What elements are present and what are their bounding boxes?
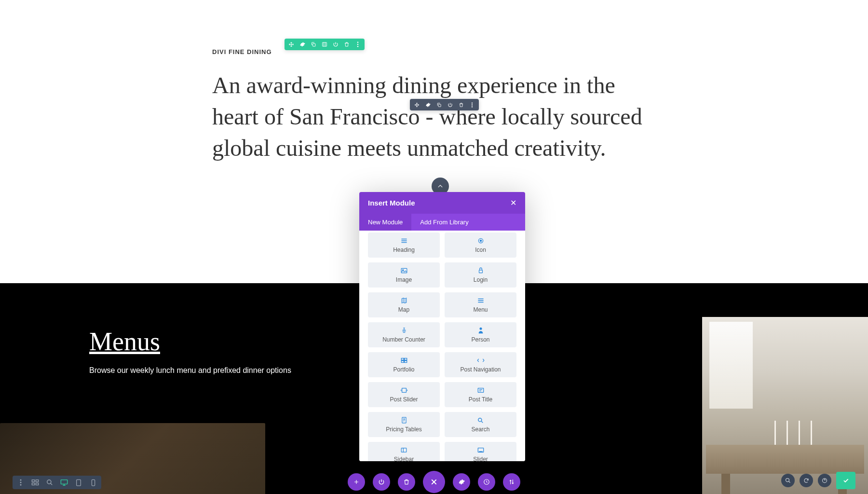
duplicate-icon[interactable] — [310, 41, 317, 48]
move-icon[interactable] — [288, 41, 295, 48]
svg-point-22 — [478, 418, 482, 421]
map-icon — [401, 297, 407, 304]
svg-rect-19 — [402, 388, 406, 393]
section-toolbar — [285, 39, 365, 50]
search-icon — [477, 416, 484, 424]
trash-icon[interactable] — [343, 41, 350, 48]
module-item-heading[interactable]: Heading — [368, 233, 440, 258]
gear-icon[interactable] — [299, 41, 306, 48]
module-label: Login — [474, 276, 488, 283]
more-icon[interactable] — [469, 101, 475, 108]
page-canvas: DIVI FINE DINING An award-winning dining… — [0, 0, 868, 494]
module-label: Slider — [473, 456, 488, 461]
svg-point-7 — [472, 104, 473, 105]
icon-icon — [477, 237, 484, 245]
tab-add-from-library[interactable]: Add From Library — [411, 214, 477, 231]
gear-icon[interactable] — [424, 101, 431, 108]
module-toolbar — [410, 99, 479, 110]
svg-rect-16 — [404, 358, 407, 360]
posttitle-icon — [477, 386, 484, 394]
person-icon — [478, 327, 483, 334]
counter-icon — [401, 327, 407, 334]
trash-icon[interactable] — [458, 101, 464, 108]
module-label: Post Title — [469, 396, 492, 403]
svg-rect-0 — [313, 44, 316, 47]
modal-header: Insert Module ✕ — [359, 192, 525, 214]
module-item-sidebar[interactable]: Sidebar — [368, 442, 440, 461]
module-item-slider[interactable]: Slider — [445, 442, 516, 461]
module-label: Image — [396, 276, 412, 283]
close-icon[interactable]: ✕ — [510, 198, 516, 207]
module-item-login[interactable]: Login — [445, 262, 516, 288]
trash-button[interactable] — [398, 473, 415, 491]
module-item-search[interactable]: Search — [445, 412, 516, 437]
svg-rect-5 — [438, 104, 441, 107]
svg-point-2 — [357, 41, 359, 43]
history-button[interactable] — [478, 473, 495, 491]
login-icon — [478, 267, 484, 274]
svg-point-27 — [481, 452, 482, 452]
module-label: Pricing Tables — [386, 426, 421, 433]
svg-point-6 — [472, 102, 473, 103]
hero-section: DIVI FINE DINING An award-winning dining… — [0, 0, 868, 192]
menu-icon — [477, 297, 484, 304]
settings-button[interactable] — [453, 473, 470, 491]
module-label: Menu — [473, 306, 488, 313]
module-label: Number Counter — [382, 336, 425, 343]
svg-point-14 — [479, 328, 482, 330]
menu-image-right — [702, 317, 868, 494]
module-label: Person — [471, 336, 489, 343]
svg-rect-11 — [401, 268, 407, 273]
power-icon[interactable] — [332, 41, 339, 48]
svg-rect-13 — [479, 270, 482, 273]
svg-rect-17 — [401, 361, 404, 363]
module-item-postnav[interactable]: Post Navigation — [445, 352, 516, 377]
more-icon[interactable] — [354, 41, 361, 48]
module-item-pricing[interactable]: Pricing Tables — [368, 412, 440, 437]
duplicate-icon[interactable] — [435, 101, 442, 108]
modal-tabs: New Module Add From Library — [359, 214, 525, 231]
module-item-image[interactable]: Image — [368, 262, 440, 288]
insert-module-modal: Insert Module ✕ New Module Add From Libr… — [359, 192, 525, 461]
module-label: Search — [471, 426, 489, 433]
svg-point-10 — [480, 240, 482, 242]
headline-text[interactable]: An award-winning dining experience in th… — [212, 70, 656, 164]
modal-body[interactable]: HeadingIconImageLoginMapMenuNumber Count… — [359, 231, 525, 461]
add-button[interactable] — [348, 473, 365, 491]
module-item-icon[interactable]: Icon — [445, 233, 516, 258]
svg-point-8 — [472, 106, 473, 107]
module-item-postslider[interactable]: Post Slider — [368, 382, 440, 407]
module-label: Portfolio — [393, 366, 414, 373]
module-item-counter[interactable]: Number Counter — [368, 322, 440, 347]
module-item-map[interactable]: Map — [368, 292, 440, 317]
columns-icon[interactable] — [321, 41, 328, 48]
bottom-bar — [0, 470, 868, 494]
svg-rect-1 — [323, 42, 327, 46]
module-label: Heading — [393, 247, 415, 253]
heading-icon — [401, 237, 407, 245]
eyebrow-text: DIVI FINE DINING — [212, 48, 656, 55]
svg-point-26 — [480, 452, 481, 452]
svg-point-3 — [357, 44, 359, 45]
move-icon[interactable] — [413, 101, 420, 108]
module-label: Post Navigation — [460, 366, 501, 373]
pricing-icon — [401, 416, 407, 424]
svg-rect-15 — [401, 358, 404, 360]
postnav-icon — [477, 357, 485, 364]
module-item-posttitle[interactable]: Post Title — [445, 382, 516, 407]
tab-new-module[interactable]: New Module — [359, 214, 411, 231]
close-button[interactable] — [423, 471, 445, 493]
svg-rect-23 — [401, 448, 407, 452]
sidebar-icon — [401, 446, 407, 454]
module-item-portfolio[interactable]: Portfolio — [368, 352, 440, 377]
module-label: Icon — [475, 247, 486, 253]
power-button[interactable] — [373, 473, 390, 491]
sort-button[interactable] — [503, 473, 520, 491]
module-item-menu[interactable]: Menu — [445, 292, 516, 317]
module-label: Map — [398, 306, 409, 313]
image-icon — [401, 267, 407, 274]
power-icon[interactable] — [447, 101, 453, 108]
svg-point-4 — [357, 46, 359, 47]
module-item-person[interactable]: Person — [445, 322, 516, 347]
svg-rect-18 — [404, 361, 407, 363]
